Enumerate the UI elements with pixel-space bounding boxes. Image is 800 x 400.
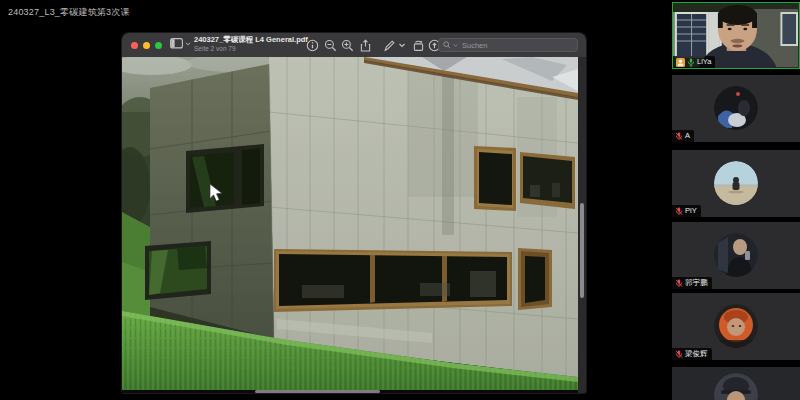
participant-name: A: [685, 132, 690, 140]
pdf-page-content[interactable]: [122, 57, 578, 390]
document-titleblock: 240327_零碳课程 L4 General.pdf Seite 2 von 7…: [194, 36, 308, 52]
zoom-out-icon[interactable]: [324, 39, 337, 52]
search-field[interactable]: [438, 38, 578, 52]
building-photo: [122, 57, 578, 390]
avatar: [714, 304, 758, 348]
participant-name-tag: A: [672, 130, 694, 142]
mic-muted-icon: [675, 132, 683, 141]
mic-on-icon: [687, 58, 695, 67]
presentation-title: 240327_L3_零碳建筑第3次课: [8, 6, 130, 19]
vertical-scrollbar-thumb[interactable]: [580, 203, 584, 298]
markup-chevron-icon[interactable]: [398, 39, 406, 52]
sidebar-toggle-button[interactable]: [170, 38, 191, 49]
avatar: [714, 86, 758, 130]
participant-name-tag: 郭宇鹏: [672, 277, 712, 289]
pdf-preview-window: 240327_零碳课程 L4 General.pdf Seite 2 von 7…: [122, 33, 586, 393]
participant-name-tag: LiYa: [673, 56, 715, 68]
window-titlebar: 240327_零碳课程 L4 General.pdf Seite 2 von 7…: [122, 33, 586, 58]
share-icon[interactable]: [359, 39, 372, 52]
page-indicator: Seite 2 von 79: [194, 45, 308, 52]
avatar: [714, 233, 758, 277]
host-badge-icon: [676, 58, 685, 67]
search-icon: [443, 41, 451, 49]
zoom-window-button[interactable]: [155, 42, 162, 49]
participant-tile-3[interactable]: PiY: [672, 150, 800, 217]
mic-muted-icon: [675, 279, 683, 288]
document-title: 240327_零碳课程 L4 General.pdf: [194, 36, 308, 45]
search-chevron-icon: [453, 43, 458, 48]
participant-name: PiY: [685, 207, 697, 215]
participant-name: 郭宇鹏: [685, 279, 708, 287]
participant-tile-6[interactable]: [672, 367, 800, 400]
participant-name: LiYa: [697, 58, 711, 66]
markup-pencil-icon[interactable]: [383, 39, 396, 52]
mic-muted-icon: [675, 350, 683, 359]
participant-tile-5[interactable]: 梁俊辉: [672, 293, 800, 360]
rotate-icon[interactable]: [412, 39, 425, 52]
sidebar-icon: [170, 38, 183, 49]
info-icon[interactable]: [306, 39, 319, 52]
search-input[interactable]: [460, 40, 573, 51]
vertical-scrollbar: [578, 57, 586, 393]
close-button[interactable]: [131, 42, 138, 49]
avatar: [714, 161, 758, 205]
horizontal-scrollbar-thumb[interactable]: [255, 390, 380, 393]
participant-tile-1[interactable]: LiYa: [672, 2, 800, 69]
screen: 240327_L3_零碳建筑第3次课 240327_零碳课程 L4 Genera…: [0, 0, 800, 400]
participant-name: 梁俊辉: [685, 350, 708, 358]
minimize-button[interactable]: [143, 42, 150, 49]
avatar: [714, 373, 758, 400]
chevron-down-icon: [185, 41, 191, 47]
horizontal-scrollbar: [122, 390, 578, 393]
participant-name-tag: 梁俊辉: [672, 348, 712, 360]
mic-muted-icon: [675, 207, 683, 216]
participant-tile-4[interactable]: 郭宇鹏: [672, 222, 800, 289]
zoom-in-icon[interactable]: [341, 39, 354, 52]
participant-tile-2[interactable]: A: [672, 75, 800, 142]
participants-sidebar: LiYa A PiY: [672, 0, 800, 400]
participant-name-tag: PiY: [672, 205, 701, 217]
